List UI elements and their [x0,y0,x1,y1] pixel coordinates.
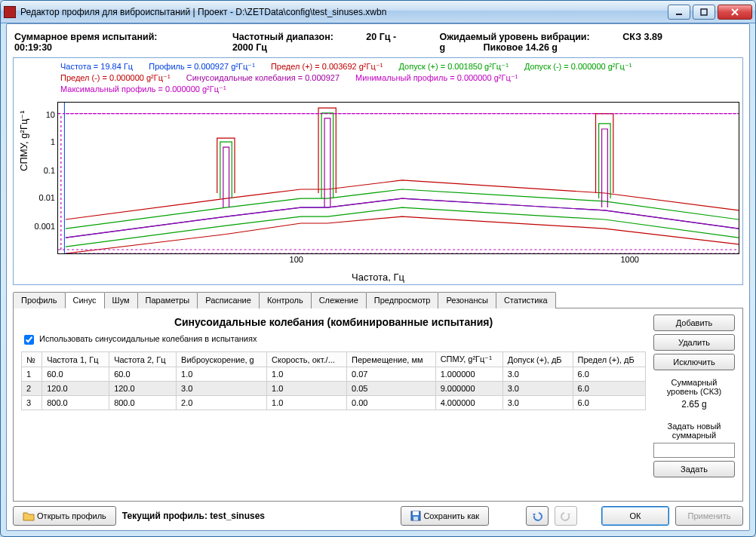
sine-table[interactable]: №Частота 1, ГцЧастота 2, ГцВиброускорени… [21,351,646,410]
column-header[interactable]: Частота 2, Гц [109,352,177,367]
minimize-button[interactable] [668,5,690,20]
column-header[interactable]: Частота 1, Гц [42,352,109,367]
table-row[interactable]: 2120.0120.03.01.00.059.0000003.06.0 [22,382,646,396]
column-header[interactable]: Допуск (+), дБ [502,352,573,367]
table-cell[interactable]: 120.0 [42,382,109,396]
legend-min-profile: Минимальный профиль = 0.000000 g²Гц⁻¹ [355,72,518,84]
app-icon [4,6,16,18]
chart-ylabel: СПМУ, g²Гц⁻¹ [18,110,29,171]
tab-резонансы[interactable]: Резонансы [438,292,496,308]
table-cell[interactable]: 1 [22,367,42,382]
table-cell[interactable]: 120.0 [109,382,177,396]
current-profile-label: Текущий профиль: test_sinuses [122,511,265,521]
chart-panel: Частота = 19.84 Гц Профиль = 0.000927 g²… [13,57,743,285]
use-sine-checkbox[interactable] [24,335,34,345]
column-header[interactable]: Виброускорение, g [177,352,267,367]
chart-plot[interactable]: 10 1 0.1 0.01 0.001 100 1000 [57,102,739,254]
table-cell[interactable]: 60.0 [42,367,109,382]
tab-профиль[interactable]: Профиль [13,292,66,308]
legend-profile: Профиль = 0.000927 g²Гц⁻¹ [149,61,255,72]
table-cell[interactable]: 3.0 [502,396,573,410]
table-cell[interactable]: 0.05 [346,382,435,396]
column-header[interactable]: СПМУ, g²Гц⁻¹ [435,352,502,367]
table-cell[interactable]: 3.0 [502,367,573,382]
table-cell[interactable]: 2.0 [177,396,267,410]
legend-max-profile: Максимальный профиль = 0.000000 g²Гц⁻¹ [60,84,226,95]
tab-слежение[interactable]: Слежение [311,292,367,308]
legend-tol-plus: Допуск (+) = 0.001850 g²Гц⁻¹ [398,61,508,72]
use-sine-label[interactable]: Использовать синусоидальные колебания в … [39,334,257,343]
table-cell[interactable]: 2 [22,382,42,396]
close-button[interactable] [718,5,752,20]
maximize-button[interactable] [693,5,715,20]
table-cell[interactable]: 3 [22,396,42,410]
column-header[interactable]: Перемещение, мм [346,352,435,367]
legend-lim-minus: Предел (-) = 0.000000 g²Гц⁻¹ [60,72,171,84]
table-row[interactable]: 160.060.01.01.00.071.0000003.06.0 [22,367,646,382]
table-cell[interactable]: 800.0 [109,396,177,410]
apply-button[interactable]: Применить [675,506,743,526]
summary-bar: Суммарное время испытаний: 00:19:30 Част… [13,29,743,57]
sum-level-label: Суммарныйуровень (СКЗ) [653,378,735,396]
table-cell[interactable]: 6.0 [573,367,645,382]
tab-расписание[interactable]: Расписание [197,292,260,308]
add-button[interactable]: Добавить [653,315,735,331]
set-new-label: Задать новыйсуммарный [653,422,735,440]
legend-sine: Синусоидальные колебания = 0.000927 [186,72,340,84]
tab-шум[interactable]: Шум [104,292,138,308]
tab-контроль[interactable]: Контроль [259,292,312,308]
tab-статистика[interactable]: Статистика [496,292,556,308]
legend-freq: Частота = 19.84 Гц [60,61,133,72]
svg-rect-7 [413,517,418,520]
tab-параметры[interactable]: Параметры [137,292,198,308]
save-as-button[interactable]: Сохранить как [401,506,489,526]
table-cell[interactable]: 4.000000 [435,396,502,410]
table-row[interactable]: 3800.0800.02.01.00.004.0000003.06.0 [22,396,646,410]
tabs: ПрофильСинусШумПараметрыРасписаниеКонтро… [13,291,743,308]
tab-предпросмотр[interactable]: Предпросмотр [366,292,439,308]
client-area: Суммарное время испытаний: 00:19:30 Част… [6,23,750,531]
table-cell[interactable]: 6.0 [573,382,645,396]
sum-level-value: 2.65 g [653,399,735,410]
tab-синус[interactable]: Синус [65,292,105,308]
table-cell[interactable]: 1.0 [267,367,347,382]
table-cell[interactable]: 6.0 [573,396,645,410]
column-header[interactable]: Скорость, окт./... [267,352,347,367]
table-cell[interactable]: 0.07 [346,367,435,382]
exclude-button[interactable]: Исключить [653,354,735,370]
table-cell[interactable]: 1.0 [267,396,347,410]
table-cell[interactable]: 9.000000 [435,382,502,396]
chart-xlabel: Частота, Гц [352,272,404,283]
table-cell[interactable]: 60.0 [109,367,177,382]
titlebar[interactable]: Редактор профиля для виброиспытаний | Пр… [1,1,755,23]
window: Редактор профиля для виброиспытаний | Пр… [0,0,756,537]
ok-button[interactable]: ОК [601,506,669,526]
undo-button[interactable] [526,506,549,526]
tab-body-sinus: Синусоидальные колебания (комбинированны… [13,308,743,502]
svg-rect-1 [701,9,707,15]
side-panel: Добавить Удалить Исключить Суммарныйуров… [653,315,735,498]
table-cell[interactable]: 3.0 [502,382,573,396]
bottom-bar: Открыть профиль Текущий профиль: test_si… [13,506,743,526]
set-new-input[interactable] [653,443,735,458]
folder-icon [23,511,35,521]
remove-button[interactable]: Удалить [653,334,735,351]
undo-icon [532,511,542,521]
table-cell[interactable]: 1.0 [177,367,267,382]
table-cell[interactable]: 3.0 [177,382,267,396]
set-button[interactable]: Задать [653,461,735,477]
open-profile-button[interactable]: Открыть профиль [13,506,116,526]
redo-icon [561,511,571,521]
table-cell[interactable]: 800.0 [42,396,109,410]
legend-tol-minus: Допуск (-) = 0.000000 g²Гц⁻¹ [524,61,632,72]
table-cell[interactable]: 1.0 [267,382,347,396]
redo-button[interactable] [555,506,577,526]
column-header[interactable]: № [22,352,42,367]
legend-lim-plus: Предел (+) = 0.003692 g²Гц⁻¹ [271,61,383,72]
table-cell[interactable]: 0.00 [346,396,435,410]
table-cell[interactable]: 1.000000 [435,367,502,382]
window-title: Редактор профиля для виброиспытаний | Пр… [20,7,665,17]
svg-rect-6 [413,511,419,515]
column-header[interactable]: Предел (+), дБ [573,352,645,367]
section-heading: Синусоидальные колебания (комбинированны… [21,316,646,328]
